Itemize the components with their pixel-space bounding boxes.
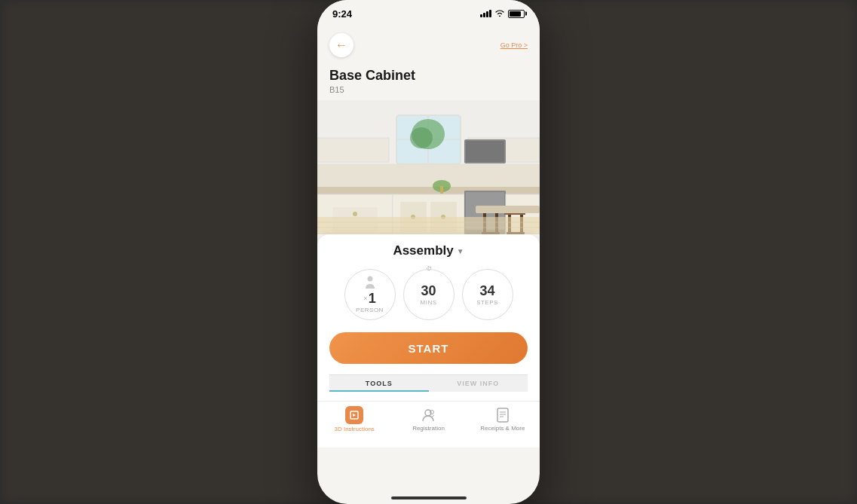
- product-sku: B15: [329, 85, 528, 94]
- header: ← Go Pro >: [317, 27, 540, 63]
- phone-frame: 9:24 ← Go Pro >: [317, 0, 540, 504]
- svg-point-45: [367, 276, 372, 282]
- wifi-icon: [494, 9, 505, 18]
- receipts-icon: [494, 407, 511, 423]
- kitchen-illustration: [317, 100, 540, 234]
- stats-row: × 1 PERSON ⏱ 30 MINS 34 STEPS: [329, 269, 528, 320]
- battery-icon: [508, 10, 525, 18]
- nav-item-registration[interactable]: Registration: [391, 407, 465, 432]
- svg-rect-9: [317, 187, 540, 194]
- svg-rect-41: [476, 206, 540, 213]
- nav-item-instructions[interactable]: 3D Instructions: [317, 406, 391, 432]
- svg-rect-42: [317, 217, 540, 234]
- tab-view-info[interactable]: VIEW INFO: [429, 380, 528, 392]
- svg-point-6: [410, 127, 433, 148]
- instructions-icon: [345, 406, 363, 424]
- time-value: 30: [421, 284, 436, 298]
- status-bar: 9:24: [317, 0, 540, 27]
- svg-rect-25: [317, 138, 389, 162]
- steps-value: 34: [479, 284, 494, 298]
- tab-row: TOOLS VIEW INFO: [329, 374, 528, 392]
- start-button[interactable]: START: [329, 332, 528, 364]
- person-value: 1: [369, 292, 376, 305]
- registration-icon: [420, 407, 436, 423]
- person-icon: [365, 276, 375, 291]
- person-stat: × 1 PERSON: [344, 269, 396, 320]
- instructions-label: 3D Instructions: [334, 426, 374, 432]
- assembly-title: Assembly: [393, 243, 453, 258]
- back-button[interactable]: ←: [329, 33, 354, 57]
- svg-rect-37: [504, 213, 525, 215]
- status-icons: [480, 9, 525, 18]
- assembly-section: Assembly ▼ × 1 PERSON: [317, 234, 540, 401]
- product-info: Base Cabinet B15: [317, 63, 540, 100]
- time-stat: ⏱ 30 MINS: [403, 269, 455, 320]
- svg-rect-30: [466, 141, 504, 162]
- receipts-label: Receipts & More: [480, 425, 525, 432]
- steps-stat: 34 STEPS: [462, 269, 513, 320]
- dropdown-arrow-icon[interactable]: ▼: [457, 247, 464, 255]
- svg-rect-49: [497, 408, 508, 422]
- steps-label: STEPS: [476, 299, 498, 306]
- nav-item-receipts[interactable]: Receipts & More: [466, 407, 540, 432]
- assembly-header: Assembly ▼: [329, 243, 528, 258]
- product-title: Base Cabinet: [329, 68, 528, 84]
- time-label: MINS: [421, 299, 437, 306]
- product-image: [317, 100, 540, 234]
- clock-top-icon: ⏱: [426, 265, 432, 272]
- status-time: 9:24: [332, 8, 352, 20]
- kitchen-svg: [317, 100, 540, 234]
- svg-rect-32: [440, 186, 443, 194]
- person-label: PERSON: [356, 307, 384, 313]
- registration-label: Registration: [412, 425, 445, 432]
- home-indicator: [391, 496, 467, 499]
- go-pro-link[interactable]: Go Pro >: [500, 41, 528, 49]
- tab-tools[interactable]: TOOLS: [329, 380, 429, 392]
- signal-icon: [480, 10, 491, 17]
- svg-point-14: [353, 212, 357, 216]
- bottom-nav: 3D Instructions Registration: [317, 401, 540, 447]
- back-arrow-icon: ←: [335, 39, 347, 51]
